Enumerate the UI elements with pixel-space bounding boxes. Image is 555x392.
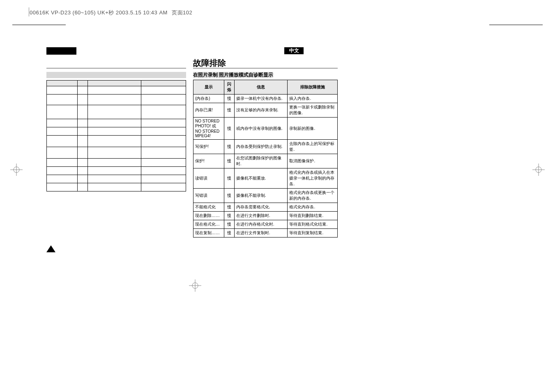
crop-mark-top-right	[489, 25, 543, 25]
table-row	[47, 147, 186, 159]
empty-cell	[88, 167, 141, 175]
table-row: 保护!慢在您试图删除保护的图像时.取消图像保护.	[193, 154, 338, 168]
empty-cell	[47, 119, 78, 127]
table-row	[47, 159, 186, 167]
table-header-row: 显示 闪烁 信息 排除故障措施	[193, 80, 338, 95]
cell-info: 内存条受到保护防止录制.	[234, 140, 288, 154]
empty-cell	[88, 147, 141, 159]
page-tab-text: 页面102	[172, 9, 192, 16]
empty-cell	[141, 136, 186, 147]
empty-cell	[78, 159, 88, 167]
cell-info: 摄录一体机中没有内存条.	[234, 95, 288, 103]
empty-cell	[88, 175, 141, 183]
registration-mark-left	[10, 164, 23, 176]
empty-cell	[141, 159, 186, 167]
cell-display: 现在复制……	[193, 229, 224, 238]
empty-cell	[47, 159, 78, 167]
lang-label: 中文	[289, 48, 299, 53]
cell-action: 去除内存条上的写保护标签.	[288, 140, 338, 154]
registration-mark-bottom	[189, 279, 201, 292]
registration-mark-right	[532, 164, 545, 176]
table-row: 现在格式化…慢在进行内存格式化时.等待直到格式化结束.	[193, 220, 338, 229]
cell-blink: 慢	[224, 95, 234, 103]
cell-display: 写保护!	[193, 140, 224, 154]
cell-blink: 慢	[224, 212, 234, 220]
table-row: 内存已满!慢没有足够的内存来录制.更换一张新卡或删除录制的图像.	[193, 103, 338, 118]
cell-action: 录制新的图像.	[288, 118, 338, 140]
empty-cell	[141, 105, 186, 119]
page-title: 故障排除	[193, 58, 226, 69]
table-row: 写保护!慢内存条受到保护防止录制.去除内存条上的写保护标签.	[193, 140, 338, 154]
table-row	[47, 183, 186, 191]
cell-info: 没有足够的内存来录制.	[234, 103, 288, 118]
empty-cell	[78, 105, 88, 119]
empty-cell	[47, 147, 78, 159]
cell-info: 在进行文件复制时.	[234, 229, 288, 238]
cell-display: 现在格式化…	[193, 220, 224, 229]
cell-display: 现在删除……	[193, 212, 224, 220]
cell-action: 等待直到复制结束.	[288, 229, 338, 238]
table-row	[47, 175, 186, 183]
table-row	[47, 86, 186, 95]
empty-cell	[88, 95, 141, 105]
empty-cell	[47, 127, 78, 136]
cell-info: 内存条需要格式化.	[234, 203, 288, 212]
empty-cell	[47, 95, 78, 105]
empty-cell	[141, 127, 186, 136]
cell-blink: 慢	[224, 154, 234, 168]
diagnostic-table: 显示 闪烁 信息 排除故障措施 (内存条)慢摄录一体机中没有内存条.插入内存条.…	[193, 80, 338, 238]
section-subtitle: 在照片录制 照片播放模式自诊断显示	[193, 71, 273, 78]
table-row: NO STORED PHOTO! 或 NO STORED MPEG4!慢或内存中…	[193, 118, 338, 140]
table-row	[47, 136, 186, 147]
header-border	[29, 7, 29, 16]
table-row: 现在删除……慢在进行文件删除时.等待直到删除结束.	[193, 212, 338, 220]
empty-cell	[88, 119, 141, 127]
cell-info: 在进行内存格式化时.	[234, 220, 288, 229]
table-row	[47, 95, 186, 105]
table-row: (内存条)慢摄录一体机中没有内存条.插入内存条.	[193, 95, 338, 103]
cell-blink: 慢	[224, 220, 234, 229]
cell-blink: 慢	[224, 140, 234, 154]
cell-display: (内存条)	[193, 95, 224, 103]
cell-info: 在您试图删除保护的图像时.	[234, 154, 288, 168]
empty-cell	[141, 175, 186, 183]
table-body: (内存条)慢摄录一体机中没有内存条.插入内存条.内存已满!慢没有足够的内存来录制…	[193, 95, 338, 238]
left-subtitle-bg	[46, 72, 186, 78]
cell-action: 格式化内存条.	[288, 203, 338, 212]
table-row	[47, 167, 186, 175]
cell-display: 写错误	[193, 189, 224, 203]
empty-cell	[78, 136, 88, 147]
left-lang-bar	[46, 47, 76, 55]
empty-cell	[78, 86, 88, 95]
empty-cell	[141, 86, 186, 95]
cell-blink: 慢	[224, 189, 234, 203]
empty-cell	[78, 183, 88, 191]
empty-cell	[78, 127, 88, 136]
left-table-body	[47, 86, 186, 191]
empty-cell	[88, 86, 141, 95]
cell-blink: 慢	[224, 168, 234, 189]
cell-action: 等待直到删除结束.	[288, 212, 338, 220]
header-display: 显示	[193, 80, 224, 95]
cell-info: 在进行文件删除时.	[234, 212, 288, 220]
cell-display: 保护!	[193, 154, 224, 168]
empty-cell	[141, 167, 186, 175]
table-row	[47, 119, 186, 127]
file-header: 00616K VP-D23 (60~105) UK+秒 2003.5.15 10…	[30, 9, 192, 16]
table-row	[47, 127, 186, 136]
empty-cell	[47, 86, 78, 95]
cell-blink: 慢	[224, 229, 234, 238]
cell-info: 摄像机不能重放.	[234, 168, 288, 189]
left-title-underline	[46, 68, 186, 69]
empty-cell	[47, 175, 78, 183]
header-action: 排除故障措施	[288, 80, 338, 95]
cell-action: 等待直到格式化结束.	[288, 220, 338, 229]
right-title-underline	[193, 68, 338, 69]
cell-info: 摄像机不能录制.	[234, 189, 288, 203]
cell-display: 不能格式化	[193, 203, 224, 212]
empty-cell	[78, 175, 88, 183]
empty-cell	[78, 119, 88, 127]
header-info: 信息	[234, 80, 288, 95]
cell-blink: 慢	[224, 103, 234, 118]
empty-cell	[88, 159, 141, 167]
